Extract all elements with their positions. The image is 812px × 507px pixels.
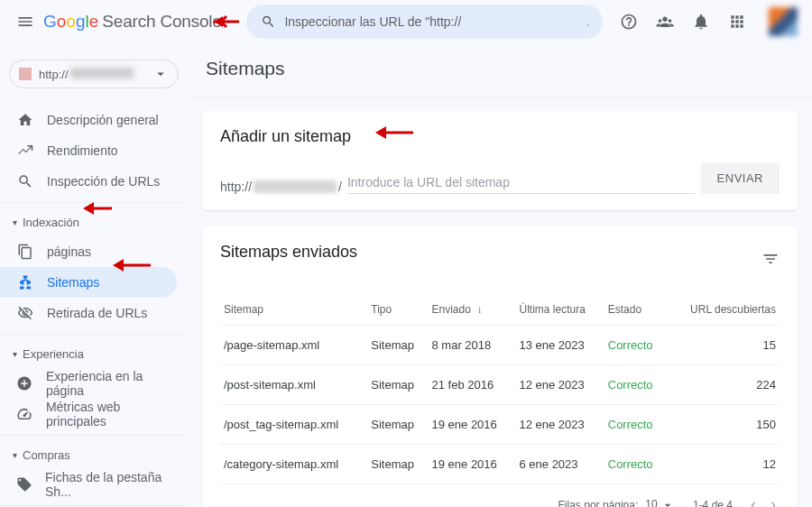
sidebar-item-pages[interactable]: páginas — [0, 236, 177, 267]
rows-per-page-label: Filas por página: — [558, 499, 639, 508]
cell-submitted: 19 ene 2016 — [429, 445, 516, 484]
add-sitemap-card: Añadir un sitemap http:/// ENVIAR — [202, 111, 798, 210]
cell-submitted: 8 mar 2018 — [429, 326, 516, 365]
pages-icon — [17, 244, 33, 260]
sidebar-item-shopping-tabs[interactable]: Fichas de la pestaña Sh... — [0, 469, 177, 500]
caret-down-icon: ▾ — [13, 217, 17, 227]
sidebar-item-label: Métricas web principales — [46, 400, 177, 429]
sidebar-section-experience[interactable]: ▾Experiencia — [0, 340, 188, 368]
col-submitted[interactable]: Enviado ↓ — [429, 294, 516, 326]
speed-icon — [16, 406, 32, 422]
cell-last-read: 12 ene 2023 — [515, 365, 604, 405]
cell-urls: 224 — [668, 365, 780, 405]
sitemap-url-input[interactable] — [347, 171, 696, 194]
home-icon — [17, 112, 33, 128]
cell-type: Sitemap — [367, 445, 428, 484]
trend-icon — [17, 143, 33, 159]
cell-status: Correcto — [604, 365, 668, 405]
sidebar-item-label: Descripción general — [47, 113, 159, 127]
col-status[interactable]: Estado — [604, 294, 668, 326]
col-sitemap[interactable]: Sitemap — [220, 294, 367, 326]
cell-type: Sitemap — [367, 365, 428, 405]
chevron-down-icon — [152, 66, 169, 82]
sidebar-item-removals[interactable]: Retirada de URLs — [0, 298, 177, 328]
sidebar-item-sitemaps[interactable]: Sitemaps — [0, 267, 177, 298]
sidebar-item-performance[interactable]: Rendimiento — [0, 135, 177, 166]
search-icon — [17, 173, 33, 189]
sitemap-icon — [17, 274, 33, 290]
cell-last-read: 13 ene 2023 — [515, 326, 604, 365]
sidebar-item-label: Inspección de URLs — [47, 174, 160, 189]
cell-status: Correcto — [604, 445, 668, 484]
account-avatar[interactable] — [769, 7, 798, 36]
sidebar-item-label: Retirada de URLs — [47, 306, 147, 320]
chevron-down-icon — [660, 498, 675, 508]
cell-sitemap: /page-sitemap.xml — [220, 326, 367, 365]
cell-urls: 12 — [668, 445, 780, 484]
cell-sitemap: /category-sitemap.xml — [220, 445, 367, 484]
sidebar-item-label: Fichas de la pestaña Sh... — [45, 470, 177, 499]
help-icon[interactable] — [619, 12, 639, 32]
filter-icon[interactable] — [761, 250, 780, 272]
sidebar-item-core-web-vitals[interactable]: Métricas web principales — [0, 399, 177, 429]
table-row[interactable]: /post_tag-sitemap.xml Sitemap 19 ene 201… — [220, 405, 780, 445]
col-last-read[interactable]: Última lectura — [515, 294, 604, 326]
cell-last-read: 6 ene 2023 — [515, 445, 604, 484]
submitted-sitemaps-card: Sitemaps enviados Sitemap Tipo Enviado ↓… — [202, 226, 798, 507]
cell-type: Sitemap — [367, 326, 428, 365]
url-inspect-input[interactable] — [284, 14, 587, 29]
circle-plus-icon — [16, 375, 32, 392]
sidebar-section-indexing[interactable]: ▾Indexación — [0, 208, 188, 236]
url-inspect-searchbar[interactable] — [246, 5, 603, 39]
cell-sitemap: /post_tag-sitemap.xml — [220, 405, 367, 445]
cell-type: Sitemap — [367, 405, 428, 445]
rows-per-page-value[interactable]: 10 — [645, 498, 675, 508]
apps-grid-icon[interactable] — [727, 12, 747, 32]
main-content: Sitemaps Añadir un sitemap http:/// ENVI… — [188, 43, 812, 507]
notifications-icon[interactable] — [691, 12, 711, 32]
sidebar-section-shopping[interactable]: ▾Compras — [0, 441, 188, 469]
sidebar: http:// Descripción general Rendimiento … — [0, 43, 188, 507]
sidebar-item-overview[interactable]: Descripción general — [0, 105, 177, 135]
caret-down-icon: ▾ — [13, 349, 17, 359]
tag-icon — [16, 476, 32, 493]
cell-status: Correcto — [604, 405, 668, 445]
add-sitemap-title: Añadir un sitemap — [220, 127, 780, 146]
sort-desc-icon: ↓ — [477, 303, 483, 316]
page-title: Sitemaps — [206, 58, 798, 79]
property-selector[interactable]: http:// — [9, 60, 179, 88]
sidebar-item-label: Sitemaps — [47, 275, 99, 290]
caret-down-icon: ▾ — [13, 450, 17, 460]
sidebar-item-label: páginas — [47, 244, 91, 259]
sidebar-item-label: Rendimiento — [47, 143, 118, 158]
search-icon — [261, 14, 276, 30]
page-range: 1-4 de 4 — [693, 499, 733, 508]
visibility-off-icon — [17, 305, 33, 321]
table-row[interactable]: /category-sitemap.xml Sitemap 19 ene 201… — [220, 445, 780, 484]
next-page-button[interactable]: › — [770, 495, 776, 507]
col-urls[interactable]: URL descubiertas — [668, 294, 780, 326]
table-row[interactable]: /post-sitemap.xml Sitemap 21 feb 2016 12… — [220, 365, 780, 405]
cell-last-read: 12 ene 2023 — [515, 405, 604, 445]
submitted-sitemaps-title: Sitemaps enviados — [220, 243, 357, 262]
groups-icon[interactable] — [655, 12, 675, 32]
table-row[interactable]: /page-sitemap.xml Sitemap 8 mar 2018 13 … — [220, 326, 780, 365]
sitemap-url-prefix: http:/// — [220, 180, 342, 194]
cell-urls: 150 — [668, 405, 780, 445]
sidebar-item-url-inspection[interactable]: Inspección de URLs — [0, 166, 177, 197]
prev-page-button[interactable]: ‹ — [751, 495, 756, 507]
submit-sitemap-button[interactable]: ENVIAR — [701, 162, 780, 194]
favicon-icon — [19, 68, 32, 80]
cell-submitted: 21 feb 2016 — [429, 365, 516, 405]
cell-submitted: 19 ene 2016 — [429, 405, 516, 445]
cell-urls: 15 — [668, 326, 780, 365]
col-type[interactable]: Tipo — [367, 294, 428, 326]
cell-status: Correcto — [604, 326, 668, 365]
sidebar-item-label: Experiencia en la página — [46, 369, 177, 398]
gsc-logo: Google Search Console — [43, 12, 222, 32]
menu-button[interactable] — [7, 4, 43, 40]
cell-sitemap: /post-sitemap.xml — [220, 365, 367, 405]
sidebar-item-page-experience[interactable]: Experiencia en la página — [0, 368, 177, 399]
